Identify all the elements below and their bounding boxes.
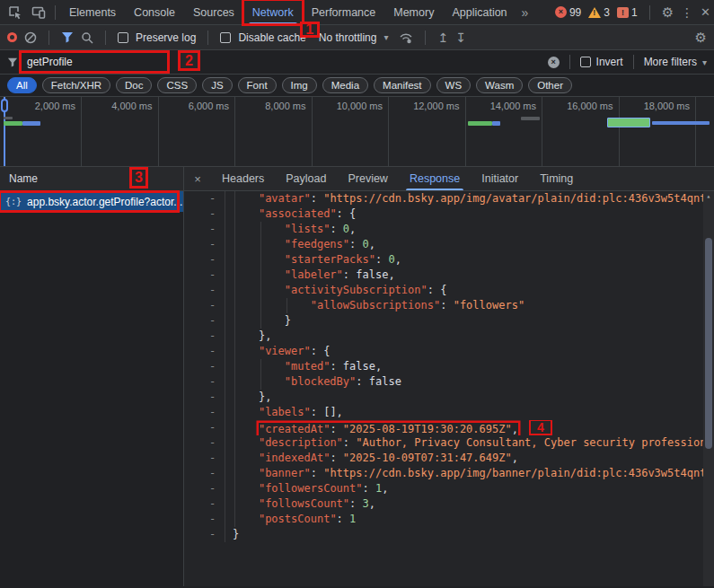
more-filters-button[interactable]: More filters: [644, 56, 697, 68]
detail-tab-payload[interactable]: Payload: [275, 167, 337, 190]
fold-marker[interactable]: -: [184, 237, 225, 252]
detail-tab-timing[interactable]: Timing: [529, 167, 584, 190]
disable-cache-checkbox[interactable]: [220, 32, 231, 43]
fold-marker[interactable]: -: [184, 405, 225, 420]
response-body-viewer[interactable]: - "avatar": "https://cdn.bsky.app/img/av…: [184, 191, 714, 586]
throttling-select[interactable]: No throttling: [319, 31, 377, 44]
kebab-menu-icon[interactable]: ⋮: [681, 5, 693, 20]
export-har-icon[interactable]: ↧: [455, 31, 466, 45]
detail-tab-headers[interactable]: Headers: [211, 167, 275, 190]
token: "indexedAt": [259, 452, 330, 464]
filter-chip-media[interactable]: Media: [322, 77, 368, 93]
indent-guide: [234, 420, 235, 435]
fold-marker[interactable]: -: [184, 512, 225, 527]
filter-chip-css[interactable]: CSS: [157, 77, 197, 93]
network-conditions-icon[interactable]: [399, 31, 413, 44]
filter-funnel-icon[interactable]: [61, 31, 74, 43]
network-overview-timeline[interactable]: 2,000 ms4,000 ms6,000 ms8,000 ms10,000 m…: [0, 97, 714, 167]
fold-marker[interactable]: -: [184, 359, 225, 374]
filter-chip-wasm[interactable]: Wasm: [476, 77, 523, 93]
vertical-scrollbar[interactable]: ▴: [703, 191, 714, 586]
fold-marker[interactable]: -: [184, 496, 225, 512]
request-row[interactable]: {:} app.bsky.actor.getProfile?actor...: [0, 191, 183, 212]
filter-chip-manifest[interactable]: Manifest: [374, 77, 430, 93]
token: "associated": [259, 207, 337, 220]
response-line-code: "postsCount": 1: [225, 512, 714, 527]
fold-marker[interactable]: -: [184, 435, 225, 451]
fold-marker[interactable]: -: [184, 344, 225, 359]
fold-marker[interactable]: -: [184, 390, 225, 405]
line-tokens: "lists": 0,: [285, 223, 357, 235]
close-detail-icon[interactable]: ×: [184, 172, 211, 186]
fold-marker[interactable]: -: [184, 313, 225, 329]
fold-marker[interactable]: -: [184, 191, 225, 206]
timeline-selection-handle[interactable]: [1, 99, 8, 112]
device-toolbar-icon[interactable]: [27, 3, 50, 22]
response-line: - "labeler": false,: [184, 268, 714, 283]
fold-marker[interactable]: -: [184, 374, 225, 390]
fold-marker[interactable]: -: [184, 420, 225, 435]
record-network-log-icon[interactable]: [7, 32, 17, 42]
fold-marker[interactable]: -: [184, 451, 225, 466]
warning-badge[interactable]: 3: [588, 6, 610, 19]
fold-marker[interactable]: -: [184, 527, 225, 542]
inspect-element-icon[interactable]: [4, 3, 27, 22]
scroll-up-arrow-icon[interactable]: ▴: [703, 191, 714, 202]
fold-marker[interactable]: -: [184, 298, 225, 313]
more-filters-dropdown-arrow-icon[interactable]: ▾: [702, 57, 707, 67]
invert-checkbox[interactable]: [580, 57, 591, 67]
filter-chip-doc[interactable]: Doc: [116, 77, 152, 93]
settings-gear-icon[interactable]: ⚙: [662, 4, 674, 21]
filter-chip-fetch-xhr[interactable]: Fetch/XHR: [42, 77, 110, 93]
close-devtools-icon[interactable]: ✕: [701, 5, 710, 19]
import-har-icon[interactable]: ↥: [437, 31, 448, 45]
filter-chip-ws[interactable]: WS: [436, 77, 472, 93]
response-line-code: "muted": false,: [225, 359, 714, 374]
fold-marker[interactable]: -: [184, 268, 225, 283]
fold-marker[interactable]: -: [184, 481, 225, 496]
indent: [233, 223, 285, 235]
search-icon[interactable]: [81, 31, 93, 44]
tab-application[interactable]: Application: [443, 0, 516, 24]
filter-chip-other[interactable]: Other: [528, 77, 572, 93]
throttling-dropdown-arrow-icon[interactable]: ▾: [383, 32, 388, 42]
tab-sources[interactable]: Sources: [184, 0, 243, 24]
detail-tab-response[interactable]: Response: [399, 167, 471, 190]
network-settings-gear-icon[interactable]: ⚙: [695, 30, 707, 46]
devtools-top-bar: ElementsConsoleSourcesNetworkPerformance…: [0, 0, 714, 25]
tab-memory[interactable]: Memory: [384, 0, 443, 24]
fold-marker[interactable]: -: [184, 222, 225, 237]
indent: [233, 423, 259, 435]
line-tokens: "followersCount": 1,: [259, 482, 389, 495]
fold-marker[interactable]: -: [184, 252, 225, 268]
filter-chip-js[interactable]: JS: [202, 77, 232, 93]
filter-input[interactable]: getProfile: [23, 54, 76, 70]
tab-console[interactable]: Console: [125, 0, 184, 24]
response-line: - "banner": "https://cdn.bsky.app/img/ba…: [184, 466, 714, 481]
fold-marker[interactable]: -: [184, 466, 225, 481]
detail-tab-preview[interactable]: Preview: [337, 167, 398, 190]
error-badge[interactable]: × 99: [555, 6, 581, 19]
filter-chip-font[interactable]: Font: [238, 77, 277, 93]
invert-label: Invert: [596, 56, 623, 68]
clear-filter-icon[interactable]: ×: [548, 57, 560, 68]
fold-marker[interactable]: -: [184, 329, 225, 344]
filter-chip-img[interactable]: Img: [282, 77, 317, 93]
filter-chip-all[interactable]: All: [7, 77, 37, 93]
clear-network-log-icon[interactable]: [24, 31, 37, 44]
tab-elements[interactable]: Elements: [60, 0, 125, 24]
issues-badge[interactable]: ! 1: [617, 6, 638, 19]
fold-marker[interactable]: -: [184, 206, 225, 222]
timeline-activity-bar: [468, 121, 492, 126]
fold-marker[interactable]: -: [184, 283, 225, 298]
detail-tab-initiator[interactable]: Initiator: [471, 167, 529, 190]
preserve-log-checkbox[interactable]: [118, 32, 128, 43]
warning-count: 3: [604, 6, 610, 19]
indent-guide: [234, 359, 235, 374]
tab-network[interactable]: Network: [243, 0, 303, 24]
devtools-tabs: ElementsConsoleSourcesNetworkPerformance…: [60, 0, 516, 24]
requests-name-column-header[interactable]: Name: [0, 167, 183, 191]
more-tabs-icon[interactable]: »: [516, 5, 534, 20]
tab-performance[interactable]: Performance: [303, 0, 385, 24]
scrollbar-thumb[interactable]: [705, 238, 712, 449]
